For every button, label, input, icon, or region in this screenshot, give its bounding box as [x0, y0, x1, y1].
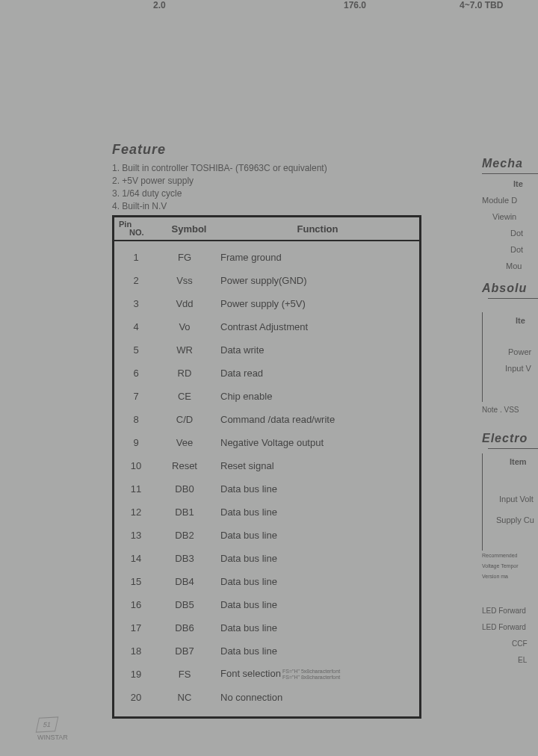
table-row: 10ResetReset signal — [114, 454, 419, 477]
mechanical-heading: Mecha — [482, 157, 538, 170]
pin-symbol: DB3 — [158, 553, 211, 564]
pin-table-header: Pin NO. Symbol Function — [114, 217, 419, 241]
mech-item: Dot — [482, 241, 538, 258]
elec-item2: CCF — [482, 636, 538, 652]
pin-function: Data bus line — [211, 599, 419, 610]
pin-symbol: DB2 — [158, 530, 211, 541]
mech-item: Viewin — [482, 208, 538, 225]
pin-symbol: Vee — [158, 437, 211, 448]
pin-no: 6 — [114, 368, 158, 379]
pin-symbol: FG — [158, 252, 211, 263]
pin-no: 7 — [114, 391, 158, 402]
header-pin-no: Pin NO. — [114, 220, 162, 237]
feature-line: 4. Built-in N.V — [112, 200, 411, 213]
pin-no: 9 — [114, 437, 158, 448]
watermark-text: WINSTAR — [37, 734, 68, 741]
pin-no: 12 — [114, 506, 158, 518]
elec-item: Input Volt — [487, 491, 538, 507]
elec-item2: LED Forward — [482, 619, 538, 636]
pin-table-body: 1FGFrame ground2VssPower supply(GND)3Vdd… — [114, 241, 419, 716]
pin-no: 10 — [114, 460, 158, 471]
feature-line: 2. +5V power supply — [112, 175, 411, 188]
table-row: 6RDData read — [114, 362, 419, 385]
pin-symbol: DB7 — [158, 645, 211, 657]
pin-function: No connection — [211, 692, 419, 703]
mech-item: Dot — [482, 225, 538, 241]
absolute-heading: Absolu — [482, 282, 538, 295]
table-row: 14DB3Data bus line — [114, 547, 419, 570]
elec-small: Recommended — [482, 551, 538, 561]
abs-note: Note . VSS — [482, 402, 538, 418]
pin-function: Data bus line — [211, 483, 419, 495]
pin-symbol: Vss — [158, 275, 211, 286]
pin-symbol: DB6 — [158, 622, 211, 633]
pin-no: 17 — [114, 622, 158, 633]
pin-function: Data bus line — [211, 553, 419, 564]
pin-function: Data bus line — [211, 645, 419, 657]
abs-item: Power — [487, 344, 538, 360]
feature-line: 1. Built in controller TOSHIBA- (T6963C … — [112, 162, 411, 175]
header-symbol: Symbol — [162, 223, 216, 235]
pin-symbol: DB0 — [158, 483, 211, 495]
pin-symbol: CE — [158, 391, 211, 402]
table-row: 4VoContrast Adjustment — [114, 315, 419, 338]
pin-function: Frame ground — [211, 252, 419, 263]
table-row: 5WRData write — [114, 338, 419, 362]
top-fragment-row: 2.0 176.0 4~7.0 TBD — [0, 0, 538, 6]
header-function: Function — [216, 223, 419, 235]
table-row: 19FSFont selectionFS="H" 5x8characterfon… — [114, 663, 419, 686]
frag-b: 176.0 — [344, 0, 366, 10]
pin-no: 3 — [114, 298, 158, 309]
table-row: 9VeeNegative Voltage output — [114, 431, 419, 454]
pin-symbol: Reset — [158, 460, 211, 471]
elec-small: Voltage Tempor — [482, 561, 538, 571]
pin-symbol: NC — [158, 692, 211, 703]
frag-a: 2.0 — [153, 0, 166, 10]
table-row: 15DB4Data bus line — [114, 570, 419, 593]
abs-item: Input V — [487, 360, 538, 377]
pin-function: Data bus line — [211, 506, 419, 518]
elec-item2: LED Forward — [482, 603, 538, 619]
watermark-badge: 51 — [36, 716, 59, 732]
pin-function: Font selectionFS="H" 5x8characterfontFS=… — [211, 668, 419, 681]
pin-no: 13 — [114, 530, 158, 541]
pin-symbol: DB1 — [158, 506, 211, 518]
table-row: 8C/DCommand /data read/write — [114, 408, 419, 431]
pin-no: 19 — [114, 669, 158, 680]
table-row: 11DB0Data bus line — [114, 477, 419, 501]
watermark: 51 WINSTAR — [37, 717, 68, 741]
pin-function: Data write — [211, 344, 419, 356]
feature-section: Feature 1. Built in controller TOSHIBA- … — [112, 142, 411, 213]
table-row: 3VddPower supply (+5V) — [114, 292, 419, 315]
pin-no: 16 — [114, 599, 158, 610]
pin-symbol: Vdd — [158, 298, 211, 309]
pin-no: 2 — [114, 275, 158, 286]
right-clipped-column: Mecha Ite Module D Viewin Dot Dot Mou Ab… — [482, 149, 538, 756]
pin-function: Data bus line — [211, 622, 419, 633]
pin-no: 18 — [114, 645, 158, 657]
mech-item: Mou — [482, 258, 538, 274]
pin-no: 1 — [114, 252, 158, 263]
pin-symbol: WR — [158, 344, 211, 356]
pin-symbol: Vo — [158, 321, 211, 332]
pin-no: 8 — [114, 414, 158, 425]
pin-no: 5 — [114, 344, 158, 356]
mech-item: Ite — [482, 176, 538, 192]
feature-heading: Feature — [112, 142, 411, 158]
table-row: 13DB2Data bus line — [114, 524, 419, 547]
feature-list: 1. Built in controller TOSHIBA- (T6963C … — [112, 162, 411, 213]
elec-item2: EL — [482, 652, 538, 669]
fs-note: FS="H" 5x8characterfontFS="H" 8x8charact… — [282, 669, 340, 681]
pin-table: Pin NO. Symbol Function 1FGFrame ground2… — [112, 215, 421, 719]
pin-function: Power supply (+5V) — [211, 298, 419, 309]
frag-c: 4~7.0 TBD — [460, 0, 503, 10]
pin-function: Negative Voltage output — [211, 437, 419, 448]
table-row: 1FGFrame ground — [114, 246, 419, 269]
pin-symbol: RD — [158, 368, 211, 379]
abs-item: Ite — [487, 312, 538, 329]
table-row: 2VssPower supply(GND) — [114, 269, 419, 292]
table-row: 12DB1Data bus line — [114, 501, 419, 524]
pin-function: Chip enable — [211, 391, 419, 402]
pin-symbol: DB5 — [158, 599, 211, 610]
pin-no: 11 — [114, 483, 158, 495]
